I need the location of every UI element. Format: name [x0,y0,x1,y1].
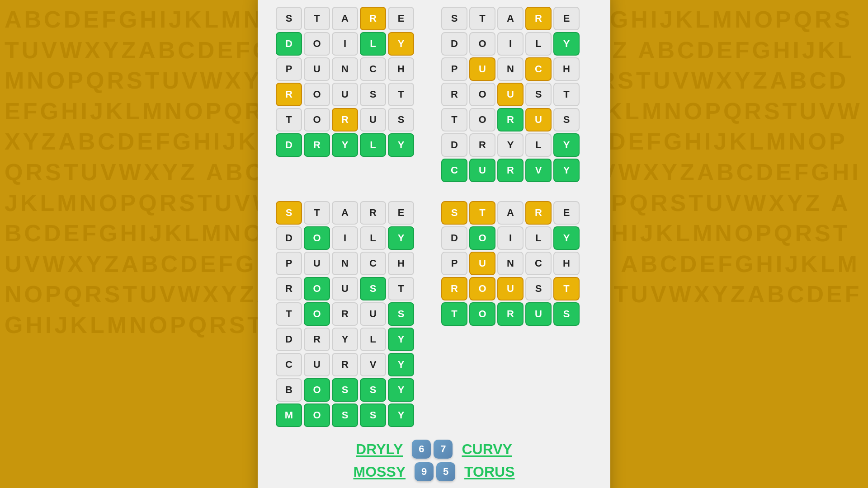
grid-cell: D [276,133,302,157]
grid-cell: U [497,83,524,106]
grid-cell: U [469,252,495,275]
grid-cell: T [304,201,330,225]
grid-cell: T [441,108,467,131]
grid-cell: T [441,302,467,326]
grid-cell: S [360,378,386,402]
grid-row: BOSSY [276,378,427,402]
grid-cell: V [360,353,386,376]
grid-cell: D [276,226,302,250]
grid-cell: D [441,32,467,56]
grid-cell: D [276,32,302,56]
grid-cell: U [525,108,552,131]
grid-cell: Y [388,133,414,157]
grid-cell: O [304,226,330,250]
word-torus[interactable]: TORUS [464,464,514,480]
grid-cell: U [469,159,495,182]
grid-cell: I [497,226,524,250]
grid-row: DOILY [441,32,592,56]
grid-cell: L [360,32,386,56]
grid-cell: O [469,277,495,300]
grid-cell: S [332,378,358,402]
grid-cell: S [441,7,467,30]
grid-cell: C [441,159,467,182]
grid-cell: H [553,57,580,81]
main-card: STAREDOILYPUNCHROUSTTORUSDRYLY STAREDOIL… [258,0,610,488]
grid-3: STAREDOILYPUNCHROUSTTORUSDRYLYCURVYBOSSY… [276,201,427,427]
grid-cell: E [388,7,414,30]
score-badge-7: 7 [434,440,453,459]
grid-cell: O [304,277,330,300]
word-dryly[interactable]: DRYLY [356,441,403,458]
grid-cell: O [469,108,495,131]
grid-cell: P [276,252,302,275]
bottom-row-2: MOSSY 9 5 TORUS [354,462,515,481]
word-mossy[interactable]: MOSSY [354,464,406,480]
grid-cell: Y [388,32,414,56]
grid-spacer-row [276,167,427,173]
grid-cell: S [553,108,580,131]
grid-cell: Y [553,133,580,157]
grid-cell: O [469,32,495,56]
grid-row: ROUST [441,83,592,106]
grid-cell: R [441,83,467,106]
grid-cell: U [497,277,524,300]
grid-row: ROUST [276,83,427,106]
score-badge-6: 6 [412,440,431,459]
grid-spacer-row [441,328,592,334]
grid-cell: R [360,7,386,30]
grid-row: TORUS [276,302,427,326]
grid-cell: Y [497,133,524,157]
grid-row: DRYLY [441,133,592,157]
score-badge-5: 5 [436,462,455,481]
grid-cell: L [525,32,552,56]
grid-cell: O [304,108,330,131]
grid-cell: C [525,57,552,81]
grid-cell: S [360,404,386,427]
grid-row: STARE [276,7,427,30]
grid-cell: R [332,302,358,326]
grid-cell: T [304,7,330,30]
grid-4: STAREDOILYPUNCHROUSTTORUS [441,201,592,427]
grid-row: MOSSY [276,404,427,427]
grid-cell: R [441,277,467,300]
grid-row: PUNCH [276,252,427,275]
grid-cell: R [304,133,330,157]
grid-cell: O [304,83,330,106]
grid-cell: R [469,133,495,157]
grid-cell: L [525,133,552,157]
score-badge-9: 9 [415,462,434,481]
grid-cell: T [388,277,414,300]
grid-spacer-row [441,336,592,342]
grid-cell: S [276,201,302,225]
grid-cell: H [388,252,414,275]
grid-cell: O [469,83,495,106]
grid-cell: U [360,108,386,131]
grid-cell: D [441,226,467,250]
grid-cell: Y [388,353,414,376]
grid-spacer-row [441,184,592,190]
grid-cell: D [276,328,302,351]
grid-cell: T [553,277,580,300]
grid-cell: T [469,201,495,225]
grid-row: DRYLY [276,133,427,157]
grid-row: CURVY [441,159,592,182]
grid-cell: R [304,328,330,351]
grid-cell: T [276,108,302,131]
grid-cell: C [525,252,552,275]
grid-cell: O [304,378,330,402]
grid-cell: R [276,277,302,300]
grid-cell: I [497,32,524,56]
grid-cell: U [332,83,358,106]
word-curvy[interactable]: CURVY [462,441,512,458]
grid-cell: R [332,353,358,376]
grid-cell: R [497,302,524,326]
grid-cell: Y [388,404,414,427]
grid-cell: Y [553,159,580,182]
grid-1: STAREDOILYPUNCHROUSTTORUSDRYLY [276,7,427,190]
grid-cell: O [304,404,330,427]
grid-cell: E [553,7,580,30]
grid-cell: P [441,252,467,275]
grid-cell: O [304,302,330,326]
grid-cell: Y [553,226,580,250]
grid-row: DOILY [441,226,592,250]
